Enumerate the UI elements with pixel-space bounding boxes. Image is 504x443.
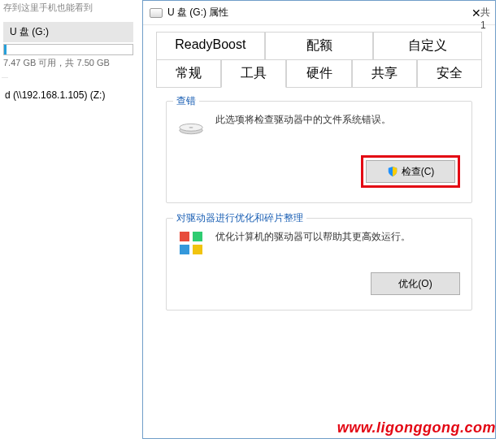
svg-rect-6	[193, 245, 202, 254]
drive-item-network[interactable]: d (\\192.168.1.105) (Z:)	[0, 86, 142, 104]
check-button-label: 检查(C)	[402, 165, 435, 179]
tab-hardware[interactable]: 硬件	[286, 59, 351, 88]
group-title: 查错	[173, 94, 199, 108]
error-checking-group: 查错 此选项将检查驱动器中的文件系统错误。	[166, 101, 472, 203]
divider	[2, 77, 8, 78]
titlebar: U 盘 (G:) 属性 ✕	[143, 1, 495, 25]
svg-rect-4	[193, 232, 202, 241]
properties-dialog: U 盘 (G:) 属性 ✕ 共 1 ReadyBoost 配额 自定义 常规 工…	[142, 0, 496, 439]
drive-label: U 盘 (G:)	[3, 22, 133, 42]
highlight-box: 检查(C)	[361, 155, 460, 188]
optimize-text: 优化计算机的驱动器可以帮助其更高效运行。	[215, 230, 460, 256]
hint-text: 存到这里手机也能看到	[0, 0, 142, 15]
svg-rect-5	[180, 245, 189, 254]
drive-item-g[interactable]: U 盘 (G:) 7.47 GB 可用，共 7.50 GB	[3, 22, 139, 69]
defrag-icon	[178, 230, 204, 256]
optimize-button[interactable]: 优化(O)	[371, 272, 460, 295]
tab-sharing[interactable]: 共享	[352, 59, 417, 88]
tab-readyboost[interactable]: ReadyBoost	[156, 32, 265, 60]
tab-general[interactable]: 常规	[156, 59, 221, 88]
drive-usage-meter	[3, 44, 133, 55]
usb-drive-icon	[150, 8, 163, 18]
tab-customize[interactable]: 自定义	[373, 32, 482, 60]
tab-bar: ReadyBoost 配额 自定义 常规 工具 硬件 共享 安全	[143, 25, 495, 88]
disk-icon	[178, 113, 204, 139]
optimize-button-label: 优化(O)	[398, 277, 432, 291]
background-text: 共 1	[480, 6, 497, 31]
dialog-title: U 盘 (G:) 属性	[167, 6, 228, 20]
error-checking-text: 此选项将检查驱动器中的文件系统错误。	[215, 113, 460, 139]
svg-point-2	[189, 127, 193, 128]
svg-rect-3	[180, 232, 189, 241]
tab-content: 查错 此选项将检查驱动器中的文件系统错误。	[143, 88, 495, 338]
drive-subtext: 7.47 GB 可用，共 7.50 GB	[3, 57, 139, 69]
group-title: 对驱动器进行优化和碎片整理	[173, 211, 306, 225]
tab-quota[interactable]: 配额	[265, 32, 374, 60]
tab-security[interactable]: 安全	[417, 59, 482, 88]
tab-tools[interactable]: 工具	[221, 59, 286, 88]
shield-icon	[387, 166, 398, 177]
check-button[interactable]: 检查(C)	[366, 160, 455, 183]
optimize-group: 对驱动器进行优化和碎片整理 优化计算机的驱动器可以帮助其更高效运行。 优化(O)	[166, 218, 472, 311]
watermark: www.ligonggong.com	[337, 419, 496, 436]
